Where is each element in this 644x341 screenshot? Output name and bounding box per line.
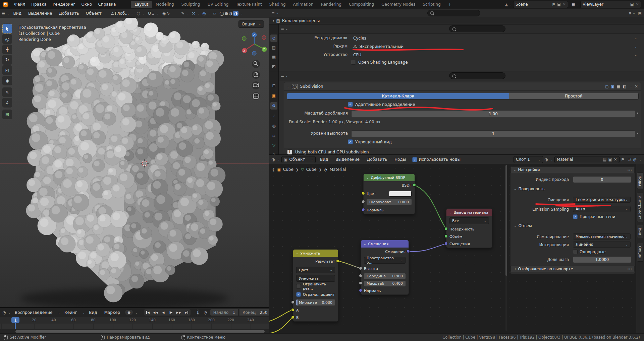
fake-user-icon[interactable]: ▤ <box>603 157 606 162</box>
ortho-toggle-button[interactable] <box>252 92 260 100</box>
displacement-method-dropdown[interactable]: Геометрией и текстурой ⌄ <box>573 197 631 203</box>
remove-viewlayer-icon[interactable]: ✕ <box>636 2 639 7</box>
node-collapse-icon[interactable]: ⌄ <box>296 252 299 255</box>
dicing-scale-slider[interactable]: 1.00 <box>351 110 635 117</box>
viewport-menu-select[interactable]: Выделение <box>25 11 55 16</box>
timeline-menu-playback[interactable]: Воспроизведение <box>12 310 55 315</box>
timeline-menu-marker[interactable]: Маркер <box>101 310 123 315</box>
tab-modifiers[interactable]: ⚙ <box>270 102 277 110</box>
shading-rendered-icon[interactable]: ◑ <box>233 11 238 16</box>
timeline-editor-chevron-icon[interactable]: ⌄ <box>8 311 11 314</box>
shader-type-dropdown[interactable]: ▣ Объект ⌄ <box>281 156 316 163</box>
tab-render[interactable]: ⊙ <box>270 35 277 42</box>
shader-editor[interactable]: ◑ ⌄ ▣ Объект ⌄ Вид Выделение Добавить Но… <box>269 155 644 333</box>
node-multiply[interactable]: ⌄ Умножить Результат Цвет ⌄ Умножить ⌄ О… <box>293 249 338 322</box>
new-viewlayer-icon[interactable]: ▣ <box>630 2 634 7</box>
settings-section-header[interactable]: ⌄ Настройки ∷∷ <box>511 166 635 173</box>
node-collapse-icon[interactable]: ⌄ <box>449 211 452 214</box>
shader-editor-icon[interactable]: ◑ <box>271 157 275 162</box>
frame-start-field[interactable]: Начало 1 <box>210 309 238 316</box>
step-rate-slider[interactable]: 1.0000 <box>573 256 631 263</box>
tool-cursor[interactable]: ◎ <box>2 34 12 44</box>
grip-icon[interactable]: ∷∷ <box>627 167 632 172</box>
shader-menu-node[interactable]: Ноды <box>391 157 409 162</box>
next-keyframe-button[interactable]: ▶▶ <box>175 309 183 316</box>
breadcrumb-object[interactable]: Cube <box>283 167 293 172</box>
pivot-icon[interactable]: ◌ <box>137 11 140 16</box>
feature-set-dropdown[interactable]: ⚠ Экспериментальный ⌄ <box>351 43 639 50</box>
snap-node-icon[interactable]: ⇄ <box>628 157 632 162</box>
workspace-tab-uvediting[interactable]: UV Editing <box>204 1 232 8</box>
sidebar-tab-options[interactable]: Опции <box>637 243 643 262</box>
tab-viewlayer[interactable]: ▦ <box>270 53 277 61</box>
jump-to-end-button[interactable]: ▶ <box>183 309 191 316</box>
gizmo-z-neg[interactable] <box>252 51 256 55</box>
viewlayer-type-chevron-icon[interactable]: ⌄ <box>576 3 579 6</box>
prev-keyframe-button[interactable]: ◀◀ <box>152 309 160 316</box>
tab-material[interactable]: ◔ <box>270 151 277 155</box>
pivot-chevron-icon[interactable]: ⌄ <box>142 12 145 15</box>
camera-view-button[interactable] <box>252 81 260 89</box>
tool-measure[interactable]: ∡ <box>2 98 12 108</box>
shading-solid-icon[interactable]: ● <box>225 11 228 16</box>
workspace-tab-modeling[interactable]: Modeling <box>152 1 178 8</box>
new-material-icon[interactable]: ▣ <box>608 157 612 162</box>
modifier-remove-icon[interactable]: ✕ <box>635 84 638 89</box>
outliner-new-collection-icon[interactable]: ▣ <box>638 11 642 15</box>
timeline[interactable]: ◔ ⌄ Воспроизведение⌄ Кеинг⌄ Вид Маркер ●… <box>0 308 269 333</box>
panel-collapse-icon[interactable]: ⌄ <box>287 85 289 88</box>
menu-edit[interactable]: Правка <box>28 2 50 7</box>
shader-menu-view[interactable]: Вид <box>317 157 331 162</box>
midlevel-slider[interactable]: Середина 0.900 <box>364 273 406 279</box>
node-collapse-icon[interactable]: ⌄ <box>364 242 366 246</box>
timeline-frames-area[interactable] <box>0 324 269 329</box>
scene-icon[interactable]: ◭ <box>505 2 508 7</box>
outliner-search[interactable] <box>427 10 480 16</box>
proportional-edit-icon[interactable]: ◉ <box>162 11 166 16</box>
viewport-menu-object[interactable]: Объект <box>83 11 105 16</box>
options-popover-button[interactable]: Опции ⌄ <box>238 20 264 28</box>
osl-checkbox[interactable] <box>351 60 356 65</box>
output-target-dropdown[interactable]: Все ⌄ <box>449 217 489 224</box>
tab-data[interactable]: ▽ <box>270 142 277 149</box>
volume-section-header[interactable]: ⌄ Объём <box>514 223 532 228</box>
tool-scale[interactable]: ◰ <box>2 65 12 75</box>
material-browse-chevron-icon[interactable]: ⌄ <box>550 158 553 161</box>
menu-window[interactable]: Окно <box>78 2 95 7</box>
outliner-editor-icon[interactable]: ≡ <box>271 11 275 15</box>
playhead[interactable]: 1 <box>11 317 19 323</box>
blend-mode-dropdown[interactable]: Умножить ⌄ <box>296 275 335 282</box>
play-button[interactable]: ▶ <box>167 309 175 316</box>
timeline-ruler[interactable]: 20 40 60 80 100 120 140 160 180 200 220 … <box>0 317 269 324</box>
display-cage-icon[interactable]: ◧ <box>623 84 626 89</box>
workspace-tab-layout[interactable]: Layout <box>131 1 152 8</box>
properties-chevron-icon[interactable]: ⌄ <box>285 74 288 77</box>
add-workspace-button[interactable]: + <box>444 1 455 8</box>
workspace-tab-geometrynodes[interactable]: Geometry Nodes <box>378 1 419 8</box>
use-nodes-checkbox[interactable]: ✓ <box>412 157 417 162</box>
slot-dropdown[interactable]: Слот 1 ⌄ <box>514 156 543 163</box>
scene-type-chevron-icon[interactable]: ⌄ <box>509 3 512 6</box>
tool-annotate[interactable]: ✎ <box>2 87 12 97</box>
timeline-editor-icon[interactable]: ◔ <box>2 310 6 315</box>
viewport-menu-add[interactable]: Добавить <box>56 11 82 16</box>
autokey-chevron-icon[interactable]: ⌄ <box>135 311 138 314</box>
space-dropdown[interactable]: Пространство о... ⌄ <box>364 257 406 264</box>
shading-chevron-icon[interactable]: ⌄ <box>240 12 243 15</box>
current-frame-field[interactable]: 1 <box>196 309 200 316</box>
zoom-button[interactable] <box>252 60 260 68</box>
transform-orientation-icon[interactable]: ∠ <box>111 11 114 16</box>
node-material-output[interactable]: ⌄ Вывод материала Все ⌄ Поверхность Объё… <box>446 208 492 248</box>
properties-editor-icon[interactable]: ≡ <box>281 26 284 31</box>
overlay-node-icon[interactable]: ◎ <box>633 157 636 162</box>
overlay-node-chevron-icon[interactable]: ⌄ <box>639 158 642 161</box>
transparent-shadows-checkbox[interactable]: ✓ <box>573 214 578 219</box>
material-browse-icon[interactable]: ◑ <box>544 157 548 162</box>
shading-material-icon[interactable]: ◑ <box>229 11 232 16</box>
clamp-factor-checkbox[interactable]: ✓ <box>296 292 301 297</box>
tool-move[interactable]: ╋ <box>2 45 12 54</box>
modifier-properties[interactable]: ⊡ ▣ ⚙ ∵ ◍ ⊛ ▽ ◔ ≡ ⌄ ⌄ ◯ Subdivision ▢ ▣ … <box>269 71 644 155</box>
pin-icon[interactable]: ⚑ <box>552 2 555 7</box>
levels-animate-dot[interactable] <box>637 133 638 134</box>
auto-key-button[interactable]: ● <box>125 310 133 315</box>
